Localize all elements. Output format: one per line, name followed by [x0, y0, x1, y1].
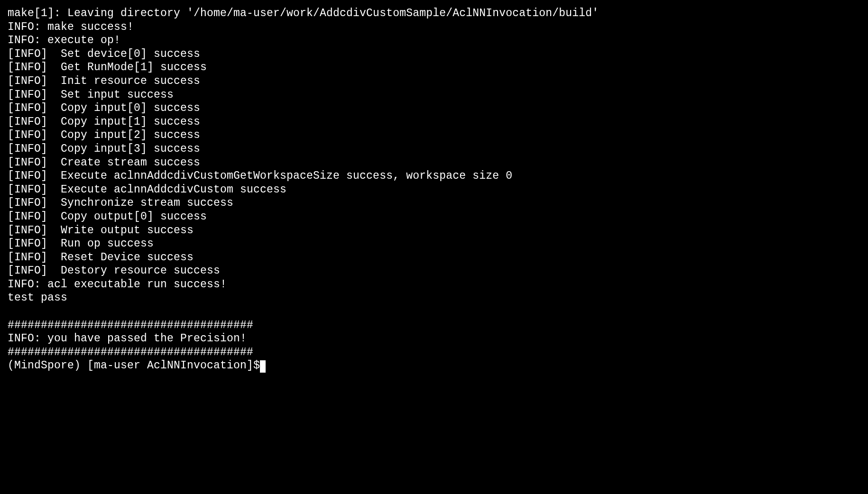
terminal-window[interactable]: make[1]: Leaving directory '/home/ma-use… [0, 0, 868, 373]
terminal-cursor [260, 360, 266, 373]
terminal-prompt: (MindSpore) [ma-user AclNNInvocation]$ [8, 359, 260, 372]
terminal-output: make[1]: Leaving directory '/home/ma-use… [8, 7, 860, 359]
